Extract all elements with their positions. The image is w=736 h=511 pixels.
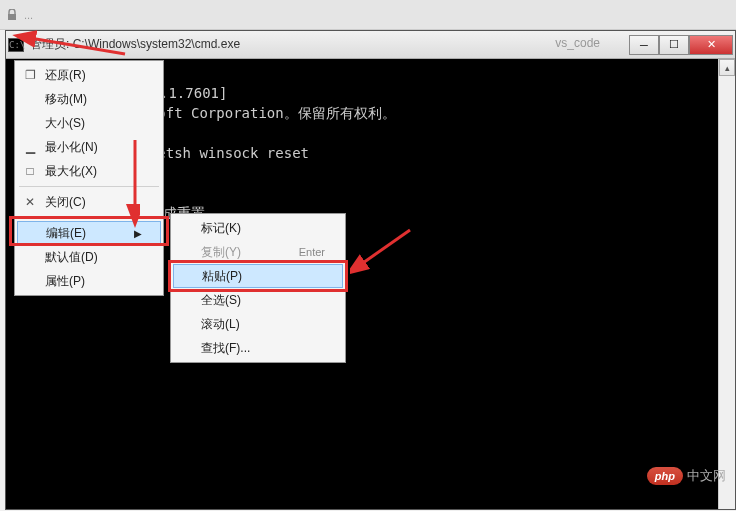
menu-maximize[interactable]: □ 最大化(X): [17, 159, 161, 183]
menu-restore[interactable]: ❐ 还原(R): [17, 63, 161, 87]
submenu-selectall[interactable]: 全选(S): [173, 288, 343, 312]
menu-label: 编辑(E): [46, 225, 86, 242]
minimize-button[interactable]: ─: [629, 35, 659, 55]
submenu-paste[interactable]: 粘贴(P): [173, 264, 343, 288]
submenu-arrow-icon: ▶: [134, 228, 142, 239]
vertical-scrollbar[interactable]: ▴: [718, 59, 735, 509]
cmd-icon[interactable]: C:\: [8, 38, 24, 52]
menu-close[interactable]: ✕ 关闭(C): [17, 190, 161, 214]
watermark-text: 中文网: [687, 467, 726, 485]
watermark: php 中文网: [647, 467, 726, 485]
minimize-icon: ▁: [23, 140, 37, 154]
menu-label: 滚动(L): [201, 316, 240, 333]
lock-icon: [6, 9, 18, 21]
browser-tab-strip: ...: [0, 0, 736, 30]
edit-submenu: 标记(K) 复制(Y) Enter 粘贴(P) 全选(S) 滚动(L) 查找(F…: [170, 213, 346, 363]
menu-label: 大小(S): [45, 115, 85, 132]
menu-label: 默认值(D): [45, 249, 98, 266]
titlebar[interactable]: C:\ 管理员: C:\Windows\system32\cmd.exe vs_…: [6, 31, 735, 59]
scroll-up-button[interactable]: ▴: [719, 59, 735, 76]
svg-rect-0: [8, 14, 16, 20]
menu-separator: [19, 217, 159, 218]
menu-move[interactable]: 移动(M): [17, 87, 161, 111]
menu-edit[interactable]: 编辑(E) ▶: [17, 221, 161, 245]
menu-label: 属性(P): [45, 273, 85, 290]
close-button[interactable]: ✕: [689, 35, 733, 55]
menu-label: 关闭(C): [45, 194, 86, 211]
system-menu: ❐ 还原(R) 移动(M) 大小(S) ▁ 最小化(N) □ 最大化(X) ✕ …: [14, 60, 164, 296]
menu-properties[interactable]: 属性(P): [17, 269, 161, 293]
menu-label: 复制(Y): [201, 244, 241, 261]
menu-minimize[interactable]: ▁ 最小化(N): [17, 135, 161, 159]
submenu-find[interactable]: 查找(F)...: [173, 336, 343, 360]
menu-separator: [19, 186, 159, 187]
submenu-scroll[interactable]: 滚动(L): [173, 312, 343, 336]
window-title: 管理员: C:\Windows\system32\cmd.exe: [30, 36, 240, 53]
menu-label: 还原(R): [45, 67, 86, 84]
submenu-mark[interactable]: 标记(K): [173, 216, 343, 240]
maximize-button[interactable]: ☐: [659, 35, 689, 55]
close-icon: ✕: [23, 195, 37, 209]
menu-label: 移动(M): [45, 91, 87, 108]
menu-label: 最大化(X): [45, 163, 97, 180]
menu-label: 标记(K): [201, 220, 241, 237]
submenu-copy: 复制(Y) Enter: [173, 240, 343, 264]
menu-shortcut: Enter: [299, 246, 325, 258]
url-fragment: ...: [24, 9, 736, 21]
bg-app-text: vs_code: [555, 36, 600, 50]
menu-size[interactable]: 大小(S): [17, 111, 161, 135]
php-badge: php: [647, 467, 683, 485]
menu-label: 最小化(N): [45, 139, 98, 156]
menu-label: 全选(S): [201, 292, 241, 309]
menu-label: 查找(F)...: [201, 340, 250, 357]
menu-label: 粘贴(P): [202, 268, 242, 285]
maximize-icon: □: [23, 164, 37, 178]
restore-icon: ❐: [23, 68, 37, 82]
menu-default[interactable]: 默认值(D): [17, 245, 161, 269]
window-controls: ─ ☐ ✕: [629, 35, 733, 55]
